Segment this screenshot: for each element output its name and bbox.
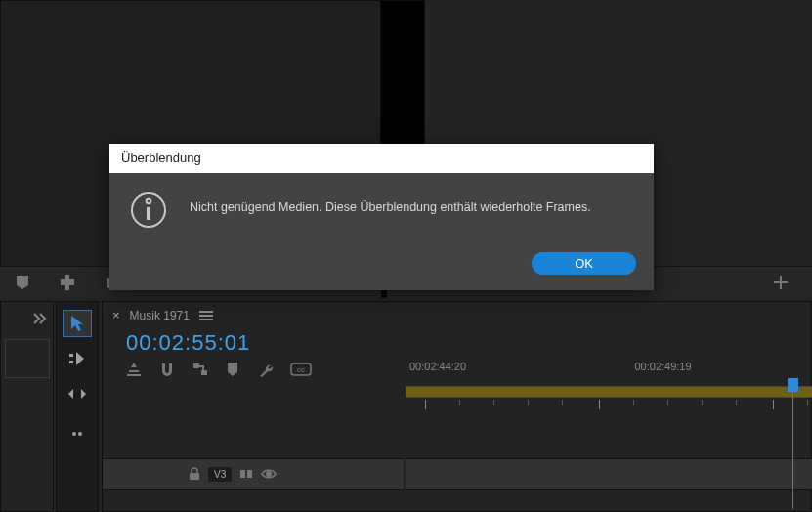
ruler-labels: 00:02:44:20 00:02:49:19 00:02:54:1 <box>406 361 812 372</box>
button-editor-plus-icon[interactable] <box>773 275 789 290</box>
nest-icon[interactable] <box>126 362 142 377</box>
svg-rect-9 <box>199 315 213 317</box>
lock-icon[interactable] <box>189 467 200 481</box>
track-lane-v3[interactable] <box>406 458 812 490</box>
svg-rect-17 <box>247 470 252 478</box>
svg-rect-20 <box>147 207 150 220</box>
close-icon[interactable]: × <box>112 308 120 322</box>
add-marker-small-icon[interactable] <box>226 362 239 377</box>
panel-thumbnail <box>5 339 50 378</box>
ok-button[interactable]: OK <box>532 252 636 275</box>
ruler-ticks <box>406 400 812 415</box>
chevron-right-icon[interactable] <box>32 312 48 325</box>
svg-rect-15 <box>190 473 199 480</box>
playhead-handle[interactable] <box>788 378 798 392</box>
track-name-badge: V3 <box>208 467 232 482</box>
panel-menu-icon[interactable] <box>199 310 213 321</box>
tools-panel <box>56 301 99 512</box>
snap-icon[interactable] <box>159 362 175 377</box>
svg-rect-10 <box>199 319 213 320</box>
svg-point-18 <box>266 471 272 477</box>
settings-icon[interactable] <box>257 362 273 377</box>
toggle-track-output-icon[interactable] <box>261 468 277 480</box>
razor-tool[interactable] <box>63 415 92 443</box>
project-panel-strip <box>0 301 54 512</box>
timecode-display[interactable]: 00:02:55:01 <box>103 328 811 360</box>
ruler-label: 00:02:49:19 <box>635 361 692 372</box>
work-area-bar[interactable] <box>406 386 812 398</box>
timeline-ruler[interactable]: 00:02:44:20 00:02:49:19 00:02:54:1 <box>406 361 812 490</box>
transition-warning-dialog: Überblendung Nicht genügend Medien. Dies… <box>109 144 654 290</box>
sequence-tab[interactable]: × Musik 1971 <box>103 302 811 328</box>
timeline-panel: × Musik 1971 00:02:55:01 cc V3 00:02:44:… <box>102 301 812 512</box>
track-header-v3[interactable]: V3 <box>103 458 404 490</box>
linked-selection-icon[interactable] <box>192 362 208 377</box>
dialog-message: Nicht genügend Medien. Diese Überblendun… <box>190 191 591 214</box>
selection-tool[interactable] <box>63 310 92 337</box>
playhead[interactable] <box>792 382 793 509</box>
svg-point-21 <box>147 199 151 204</box>
lower-workspace: × Musik 1971 00:02:55:01 cc V3 00:02:44:… <box>0 301 812 512</box>
sync-lock-icon[interactable] <box>239 468 253 480</box>
ripple-edit-tool[interactable] <box>63 380 92 407</box>
marker-icon[interactable] <box>14 274 31 291</box>
sequence-tab-label: Musik 1971 <box>130 309 190 322</box>
svg-rect-1 <box>65 275 69 290</box>
info-icon <box>129 191 168 233</box>
insert-icon[interactable] <box>59 275 78 290</box>
svg-rect-8 <box>199 311 213 313</box>
captions-icon[interactable]: cc <box>290 363 312 376</box>
svg-rect-11 <box>193 363 199 368</box>
svg-rect-7 <box>774 281 788 283</box>
svg-rect-16 <box>240 470 245 478</box>
track-select-tool[interactable] <box>63 345 92 372</box>
dialog-title: Überblendung <box>109 144 654 173</box>
svg-text:cc: cc <box>297 365 305 374</box>
ruler-label: 00:02:44:20 <box>409 361 466 372</box>
